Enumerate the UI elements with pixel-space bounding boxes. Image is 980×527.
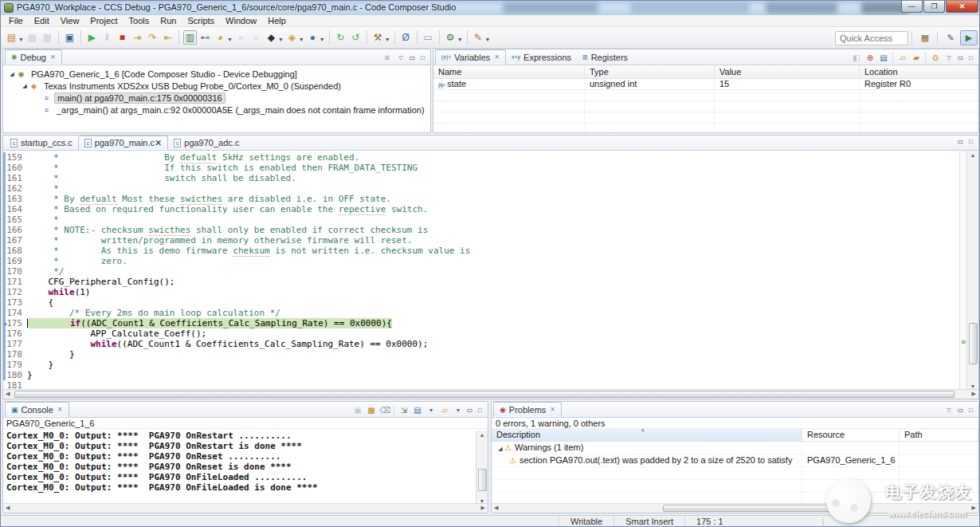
minimize-editor-button[interactable]: ▭ — [955, 138, 966, 145]
code-line[interactable]: 166 * NOTE:- checksum swicthes shall onl… — [3, 225, 956, 235]
menu-help[interactable]: Help — [262, 15, 292, 27]
close-icon[interactable]: ✕ — [57, 406, 63, 413]
problems-item-row[interactable]: ⚠section PGA970.out(.text) was padded by… — [492, 454, 978, 467]
menu-tools[interactable]: Tools — [123, 15, 155, 27]
tab-debug[interactable]: ❋ Debug ✕ — [5, 49, 62, 65]
code-line[interactable]: 180} — [3, 370, 956, 380]
column-header-name[interactable]: Name — [433, 65, 585, 78]
import-button[interactable]: ▱ — [896, 52, 909, 64]
dropdown-icon[interactable]: ▼ — [457, 37, 463, 42]
skip-all-button[interactable]: « — [249, 30, 263, 45]
new-button[interactable]: ▤ — [5, 30, 18, 45]
export-button[interactable]: ▰ — [910, 52, 923, 64]
variables-header[interactable]: NameTypeValueLocation — [433, 65, 978, 79]
search-button[interactable]: Ø — [399, 30, 413, 45]
clear-console-button[interactable]: ⌫ — [378, 404, 391, 416]
code-line[interactable]: 178 } — [3, 349, 956, 360]
open-console-button[interactable]: ▱ — [438, 404, 451, 416]
tree-expander-icon[interactable]: ◢ — [496, 446, 504, 452]
menu-file[interactable]: File — [3, 15, 29, 27]
gear-button[interactable]: ⚙ — [444, 30, 457, 45]
editor-horizontal-scrollbar[interactable]: ◀ ▶ — [3, 389, 978, 399]
code-editor[interactable]: 159 * By defualt 5kHz settings are enabl… — [3, 151, 956, 391]
maximize-view-button[interactable]: □ — [417, 54, 428, 61]
close-icon[interactable]: ✕ — [50, 53, 56, 61]
display-console-button[interactable]: ▤ — [411, 404, 424, 416]
column-header-location[interactable]: Location — [860, 65, 978, 78]
dropdown-icon[interactable]: ▼ — [485, 37, 491, 42]
step-into-button[interactable]: ⇥ — [131, 30, 144, 45]
show-type-names-button[interactable]: ◧ — [850, 52, 863, 64]
view-menu-icon[interactable]: ▽ — [394, 52, 407, 64]
scroll-lock-button[interactable]: ⇲ — [398, 404, 410, 416]
problems-horizontal-scrollbar[interactable]: ◀ ▶ — [492, 503, 978, 513]
table-row[interactable]: (x)=stateunsigned int15Register R0 — [433, 79, 978, 90]
resume-button[interactable]: ▶ — [85, 30, 99, 45]
tab-variables[interactable]: (x)=Variables✕ — [435, 49, 506, 65]
debug-tree-node[interactable]: ≡_args_main() at args_main.c:92 0x00000A… — [3, 104, 430, 116]
code-line[interactable]: 177 while((ADC_Count1 & Coefficients_Cal… — [3, 339, 956, 349]
restart-button[interactable]: ↻ — [334, 30, 347, 45]
minimize-view-button[interactable]: ▭ — [955, 407, 966, 414]
minimize-view-button[interactable]: ▭ — [465, 407, 475, 414]
debug-tree-node[interactable]: ≡main() at pga970_main.c:175 0x00000316 — [3, 92, 430, 104]
menu-edit[interactable]: Edit — [29, 15, 55, 27]
add-global-variable-button[interactable]: ⊕ — [864, 52, 876, 64]
dropdown-icon[interactable]: ▼ — [452, 404, 465, 416]
tab-expressions[interactable]: x+yExpressions — [506, 49, 577, 65]
close-button[interactable]: ✕ — [946, 1, 978, 13]
dropdown-icon[interactable]: ▼ — [319, 37, 325, 42]
coverage-button[interactable]: ◈ — [285, 30, 299, 45]
debug-tree-node[interactable]: ◢◉PGA970_Generic_1_6 [Code Composer Stud… — [3, 68, 430, 80]
column-header-resource[interactable]: Resource — [802, 429, 900, 441]
profile-button[interactable]: ◕ — [214, 30, 227, 45]
view-menu-icon[interactable]: ▽ — [943, 404, 955, 416]
minimize-view-button[interactable]: ▭ — [955, 54, 966, 61]
minimize-button[interactable]: — — [901, 1, 923, 13]
maximize-view-button[interactable]: □ — [475, 407, 485, 414]
code-line[interactable]: 159 * By defualt 5kHz settings are enabl… — [3, 152, 956, 163]
flash-button[interactable]: ▥ — [183, 30, 197, 45]
maximize-button[interactable]: ❐ — [923, 1, 945, 13]
code-line[interactable]: 171 CFG_Peripheral_Config(); — [3, 277, 956, 287]
dropdown-icon[interactable]: ▼ — [299, 37, 304, 42]
close-icon[interactable]: ✕ — [494, 53, 500, 61]
code-line[interactable]: 163 * By defualt Most these swicthes are… — [3, 194, 956, 204]
code-line[interactable]: 164 * Based on required functionality us… — [3, 204, 956, 214]
step-over-button[interactable]: ↷ — [146, 30, 159, 45]
code-line[interactable]: 173 { — [3, 297, 956, 308]
editor-tab-pga970_adc.c[interactable]: cpga970_adc.c — [168, 136, 245, 150]
code-line[interactable]: 162 * — [3, 183, 956, 194]
step-return-button[interactable]: ⇤ — [161, 30, 174, 45]
suspend-button[interactable]: ‖ — [100, 30, 114, 45]
minimize-view-button[interactable]: ▭ — [407, 54, 417, 61]
tab-console[interactable]: ▣ Console ✕ — [5, 402, 69, 417]
title-bar[interactable]: PGA970_Workplace - CCS Debug - PGA970_Ge… — [1, 1, 980, 15]
tab-problems[interactable]: ◉ Problems ✕ — [493, 402, 562, 417]
menu-scripts[interactable]: Scripts — [182, 15, 220, 27]
build-button[interactable]: ⚒ — [371, 30, 385, 45]
menu-view[interactable]: View — [55, 15, 85, 27]
console-horizontal-scrollbar[interactable]: ◀ ▶ — [3, 503, 488, 513]
skip-breakpoints-button[interactable]: » — [234, 30, 248, 45]
save-button[interactable]: ▦ — [25, 30, 39, 45]
problems-group-row[interactable]: ◢⚠Warnings (1 item) — [492, 442, 978, 454]
terminate-launch-button[interactable]: ▣ — [351, 404, 364, 416]
debug-button[interactable]: ▣ — [63, 30, 76, 45]
dropdown-icon[interactable]: ▼ — [227, 37, 233, 42]
editor-vertical-scrollbar[interactable]: ▲ ▼ — [966, 151, 978, 391]
menu-project[interactable]: Project — [84, 15, 123, 27]
external-tools-button[interactable]: ● — [306, 30, 319, 45]
dropdown-icon[interactable]: ▼ — [385, 37, 390, 42]
tree-expander-icon[interactable]: ◢ — [21, 83, 29, 89]
code-line[interactable]: 160 * If this switch is enabled then FRA… — [3, 163, 956, 173]
ccs-debug-perspective-button[interactable]: ▶ — [960, 30, 978, 45]
problems-header[interactable]: Description▲ResourcePath — [492, 429, 978, 442]
code-line[interactable]: 167 * written/programmed in memory other… — [3, 235, 956, 246]
menu-window[interactable]: Window — [220, 15, 262, 27]
code-line[interactable]: 169 * zero. — [3, 256, 956, 266]
code-line[interactable]: 179 } — [3, 360, 956, 370]
close-icon[interactable]: ✕ — [550, 406, 555, 413]
menu-run[interactable]: Run — [155, 15, 182, 27]
show-logical-structure-button[interactable]: ▤ — [877, 52, 890, 64]
